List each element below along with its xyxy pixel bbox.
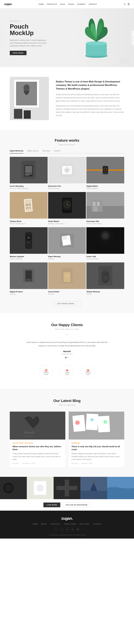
portfolio-name: Shaker Mockup — [86, 291, 124, 293]
portfolio-item-paper-mockup[interactable]: Paper Mockup Branding — [48, 227, 86, 262]
footer-nav-link[interactable]: About — [41, 523, 47, 525]
portfolio-cat: Branding — [48, 293, 86, 295]
linkedin-icon[interactable]: in — [132, 37, 133, 38]
portfolio-item-iconic-branding[interactable]: Iconic Branding Branding, Digital Market… — [10, 157, 48, 192]
hero-title: Pouch MockUp — [10, 23, 49, 36]
load-more-button[interactable]: Load More — [44, 502, 60, 507]
client-logo-3: ⭕ VINTAGE LOGO — [81, 365, 95, 379]
clients-sub: Clients say about our works — [10, 328, 124, 330]
pinterest-icon[interactable]: P — [132, 40, 133, 41]
blog-item-2[interactable]: Branding There is only one big risk you … — [69, 412, 124, 467]
portfolio-item-seascape-villa[interactable]: Seascape Villa Artwork, Digital Agency — [86, 192, 124, 227]
follow-instagram-button[interactable]: Follow on Instagram — [62, 502, 90, 507]
hero-read-more-button[interactable]: Read More — [10, 51, 26, 55]
menu-icon[interactable]: ☰ — [128, 3, 130, 6]
about-text-1: Simply dummy text of the printing and ty… — [56, 93, 124, 102]
portfolio-name: Iconic Villa — [86, 256, 124, 258]
svg-point-6 — [101, 31, 102, 32]
svg-point-50 — [28, 237, 29, 238]
svg-point-80 — [75, 420, 80, 425]
portfolio-name: Digital Watch — [86, 185, 124, 187]
nav-link-pages[interactable]: PAGES — [68, 3, 74, 5]
filter-tab-digital-marketing[interactable]: Digital Marketing — [10, 150, 23, 154]
blog-title: Our Latest Blog — [10, 398, 124, 403]
svg-point-85 — [5, 484, 12, 492]
footer-linkedin[interactable]: in — [65, 528, 69, 531]
about-image — [10, 77, 49, 120]
dot-2[interactable] — [68, 357, 69, 358]
footer-pinterest[interactable]: P — [71, 528, 74, 531]
hero-prev-arrow[interactable]: ‹ — [120, 59, 124, 63]
svg-rect-45 — [97, 202, 100, 206]
filter-tab-artwork[interactable]: Artwork — [54, 150, 60, 154]
portfolio-cat: Digital Marketing — [48, 188, 86, 189]
insta-item-4[interactable] — [80, 477, 107, 499]
instagram-icon[interactable]: ◊ — [132, 42, 133, 44]
blog-item-1[interactable]: Pouch MockUp Advertising, Branding When … — [10, 412, 65, 467]
client-logo-2: 🎀 Vintage LOGO — [60, 365, 74, 379]
portfolio-info: Warless Speaker Artwork, Branding — [10, 254, 48, 262]
nav-link-contact[interactable]: CONTACT — [89, 3, 97, 5]
hero-next-arrow[interactable]: › — [126, 59, 130, 63]
insta-item-3[interactable] — [54, 477, 80, 499]
svg-point-82 — [104, 420, 107, 424]
svg-rect-46 — [94, 207, 98, 212]
portfolio-thumb-4: W E E K S — [10, 192, 48, 218]
footer-nav-link[interactable]: Home — [32, 523, 38, 525]
portfolio-item-warless-speaker[interactable]: Warless Speaker Artwork, Branding — [10, 227, 48, 262]
portfolio-item-shaker-mockup[interactable]: Pouch MockUp Shaker Mockup Artwork — [86, 262, 124, 297]
insta-item-5[interactable] — [107, 477, 134, 499]
feature-title: Feature works — [10, 138, 124, 142]
svg-rect-66 — [28, 279, 30, 280]
facebook-icon[interactable]: f — [132, 32, 133, 33]
blog-tag-1: Advertising, Branding — [12, 442, 62, 444]
filter-tab-branding[interactable]: Branding — [43, 150, 50, 154]
twitter-icon[interactable]: t — [132, 34, 133, 36]
search-icon[interactable]: 🔍 — [124, 3, 126, 5]
portfolio-item-smart-watch[interactable]: Smart Watch Branding, Digital Agency — [48, 192, 86, 227]
svg-rect-13 — [24, 110, 31, 119]
svg-text:W E: W E — [26, 203, 31, 206]
nav-link-home[interactable]: HOME — [39, 3, 44, 5]
filter-tab-digital-agency[interactable]: Digital Agency — [27, 150, 39, 154]
portfolio-item-digital-watch[interactable]: Digital Watch Digital Marketing — [86, 157, 124, 192]
about-section: Radius Theme is one of best Web Design &… — [0, 67, 134, 130]
nav-link-portfolio[interactable]: PORTFOLIO — [47, 3, 57, 5]
insta-item-2[interactable] — [27, 477, 54, 499]
portfolio-item-electronic-port[interactable]: Electronic Port Digital Marketing — [48, 157, 86, 192]
svg-rect-28 — [103, 173, 108, 174]
portfolio-thumb-10 — [10, 262, 48, 289]
instagram-section: Load More Follow on Instagram — [0, 477, 134, 510]
testimonial-quote: Lorem ipsum is simply dummy text of the … — [25, 341, 109, 348]
footer-nav-link[interactable]: Our Story — [80, 523, 90, 525]
footer-twitter[interactable]: t — [60, 528, 63, 531]
nav-link-element[interactable]: ELEMENT — [77, 3, 86, 5]
see-more-button[interactable]: SEE MORE WORK → — [53, 301, 81, 306]
portfolio-grid: Iconic Branding Branding, Digital Market… — [10, 157, 124, 297]
portfolio-item-digital-product[interactable]: Digital Product Branding — [10, 262, 48, 297]
portfolio-name: Smart Watch — [48, 220, 86, 222]
insta-item-1[interactable] — [0, 477, 27, 499]
nav-logo[interactable]: zugan. — [4, 2, 12, 6]
footer-youtube[interactable]: ▶ — [76, 528, 80, 531]
portfolio-info: Iconic Branding Branding, Digital Market… — [10, 184, 48, 192]
portfolio-cat: Branding, Digital Agency — [48, 223, 86, 224]
portfolio-info: Carry Packet Branding — [48, 289, 86, 297]
portfolio-thumb-11 — [48, 262, 86, 289]
footer-nav-link[interactable]: Portfolio — [50, 523, 60, 525]
dot-1[interactable] — [65, 357, 66, 358]
footer-nav-link[interactable]: Latest News — [64, 523, 76, 525]
svg-rect-93 — [80, 491, 107, 499]
portfolio-info: Electronic Port Digital Marketing — [48, 184, 86, 192]
portfolio-item-vantam-book[interactable]: W E E K S Vantam Book Artwork, Digital A… — [10, 192, 48, 227]
portfolio-item-iconic-villa[interactable]: Iconic Villa Artwork, Branding — [86, 227, 124, 262]
portfolio-item-carry-packet[interactable]: Carry Packet Branding — [48, 262, 86, 297]
svg-rect-51 — [27, 242, 30, 242]
blog-sub: What is Happening — [10, 404, 124, 406]
blog-date-1: December 9, 2019 — [22, 462, 35, 464]
footer-facebook[interactable]: f — [54, 528, 58, 531]
footer-nav-link[interactable]: Contact — [93, 523, 101, 525]
nav-link-blog[interactable]: BLOG — [60, 3, 65, 5]
svg-rect-91 — [56, 486, 77, 490]
hero-section: Branding Pouch MockUp Dedicated to nothi… — [0, 8, 134, 67]
